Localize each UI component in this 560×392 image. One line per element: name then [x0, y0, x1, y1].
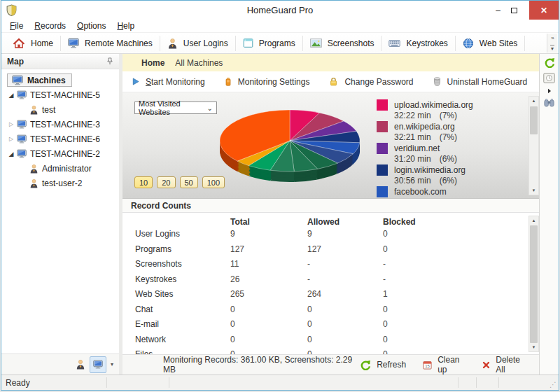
- table-row-chat[interactable]: Chat000: [122, 304, 539, 319]
- tree-item-test-machine-2[interactable]: ◢TEST-MACHINE-2: [1, 146, 119, 161]
- table-row-programs[interactable]: Programs1271270: [122, 244, 539, 259]
- toolbar-item-programs[interactable]: Programs: [236, 33, 302, 53]
- machine-map-panel: Map Machines◢TEST-MACHINE-5test▷TEST-MAC…: [1, 54, 119, 374]
- top-count-button-100[interactable]: 100: [202, 176, 225, 188]
- action-start-monitoring[interactable]: Start Monitoring: [132, 77, 205, 87]
- refresh-button[interactable]: [544, 57, 555, 68]
- toolbar-item-user-logins[interactable]: User Logins: [160, 33, 235, 53]
- tree-item-label: test-user-2: [42, 178, 82, 188]
- tree-item-machines[interactable]: Machines: [1, 73, 119, 88]
- tree-item-administrator[interactable]: Administrator: [1, 161, 119, 176]
- menu-item-options[interactable]: Options: [71, 20, 111, 31]
- legend-time-percent: 32:21 min (7%): [394, 132, 457, 142]
- table-row-user-logins[interactable]: User Logins990: [122, 229, 539, 244]
- cell-allowed: 264: [307, 289, 321, 299]
- footer-actions: Refresh15Clean upDelete All: [355, 355, 539, 374]
- cell-blocked: 0: [383, 349, 388, 355]
- refresh-button[interactable]: Refresh: [355, 360, 411, 370]
- table-row-e-mail[interactable]: E-mail000: [122, 319, 539, 334]
- minimize-button[interactable]: –: [491, 1, 505, 20]
- cell-blocked: -: [383, 274, 386, 284]
- row-label: Programs: [135, 244, 226, 254]
- scroll-down-icon[interactable]: ▼: [529, 186, 538, 195]
- row-label: Web Sites: [135, 289, 226, 299]
- pin-icon[interactable]: [106, 55, 113, 68]
- refresh-icon: [360, 360, 371, 370]
- search-binoculars-button[interactable]: [544, 99, 554, 107]
- action-monitoring-settings[interactable]: Monitoring Settings: [225, 77, 310, 87]
- menu-item-help[interactable]: Help: [111, 20, 140, 31]
- collapse-arrow-icon[interactable]: ◢: [7, 92, 15, 99]
- double-chevron-right-icon: ››: [551, 35, 553, 41]
- monitor-icon: [17, 149, 27, 158]
- tree-item-test-machine-5[interactable]: ◢TEST-MACHINE-5: [1, 88, 119, 102]
- status-bar: Ready ⋰: [1, 374, 559, 390]
- menu-bar: FileRecordsOptionsHelp: [1, 20, 559, 32]
- table-row-network[interactable]: Network000: [122, 335, 539, 349]
- action-uninstall-homeguard[interactable]: Uninstall HomeGuard: [433, 77, 528, 87]
- cell-total: 0: [230, 304, 235, 314]
- legend-time-percent: 30:56 min (6%): [394, 176, 457, 186]
- delete-all-button[interactable]: Delete All: [477, 355, 531, 374]
- cell-allowed: 0: [307, 349, 312, 355]
- clean-up-button[interactable]: 15Clean up: [418, 355, 470, 374]
- row-label: Network: [135, 335, 226, 344]
- maximize-button[interactable]: [507, 1, 522, 20]
- cell-total: 9: [230, 229, 235, 239]
- cell-blocked: 1: [383, 289, 388, 299]
- tree-item-test-user-2[interactable]: test-user-2: [1, 176, 119, 190]
- legend-scrollbar[interactable]: ▲ ▼: [528, 96, 539, 195]
- table-row-web-sites[interactable]: Web Sites2652641: [122, 289, 539, 304]
- machines-view-button[interactable]: [90, 356, 106, 373]
- start-monitoring-icon: [132, 78, 139, 85]
- legend-site-name: en.wikipedia.org: [394, 122, 455, 132]
- chart-type-select[interactable]: Most Visited Websites ⌄: [134, 102, 217, 114]
- tree-item-test-machine-3[interactable]: ▷TEST-MACHINE-3: [1, 117, 119, 132]
- tree-item-label: TEST-MACHINE-3: [30, 120, 100, 130]
- top-count-button-10[interactable]: 10: [134, 176, 153, 188]
- toolbar-item-keystrokes[interactable]: Keystrokes: [382, 33, 454, 53]
- top-count-button-20[interactable]: 20: [157, 176, 175, 188]
- expand-arrow-icon[interactable]: ▷: [7, 121, 15, 127]
- toolbar-item-remote-machines[interactable]: Remote Machines: [61, 33, 160, 53]
- toolbar-item-label: Remote Machines: [85, 38, 153, 48]
- toolbar-overflow-button[interactable]: ›› ▼: [547, 34, 557, 52]
- expand-arrow-icon[interactable]: ▷: [7, 136, 15, 142]
- toolbar-item-label: User Logins: [183, 38, 228, 48]
- cell-blocked: 0: [383, 244, 388, 254]
- cell-allowed: -: [307, 274, 310, 284]
- column-header-allowed: Allowed: [307, 217, 340, 227]
- table-row-keystrokes[interactable]: Keystrokes26--: [122, 274, 539, 289]
- collapse-arrow-icon[interactable]: ◢: [7, 150, 15, 158]
- scrollbar-thumb[interactable]: [530, 106, 538, 134]
- view-switcher-caret-icon[interactable]: ▾: [111, 361, 113, 368]
- toolbar-item-screenshots[interactable]: Screenshots: [303, 33, 382, 53]
- top-count-button-50[interactable]: 50: [180, 176, 198, 188]
- toolbar-item-web-sites[interactable]: Web Sites: [456, 33, 524, 53]
- storage-summary: Monitoring Records: 361.00 KB, Screensho…: [163, 355, 355, 374]
- row-label: Screenshots: [135, 259, 226, 269]
- menu-item-file[interactable]: File: [4, 20, 29, 31]
- reports-button[interactable]: [543, 73, 555, 83]
- scroll-up-icon[interactable]: ▲: [529, 97, 538, 105]
- table-row-screenshots[interactable]: Screenshots11--: [122, 259, 539, 274]
- toolbar-item-home[interactable]: Home: [6, 33, 60, 53]
- action-change-password[interactable]: Change Password: [329, 77, 413, 87]
- chart-type-value: Most Visited Websites: [139, 99, 207, 116]
- menu-item-records[interactable]: Records: [29, 20, 71, 31]
- expand-arrow-icon[interactable]: [547, 88, 552, 94]
- breadcrumb-home[interactable]: Home: [141, 58, 164, 68]
- row-label: Chat: [135, 304, 226, 314]
- close-button[interactable]: ✕: [529, 1, 559, 20]
- main-panel: Home All Machines Start MonitoringMonito…: [122, 54, 540, 374]
- tree-item-test-machine-6[interactable]: ▷TEST-MACHINE-6: [1, 132, 119, 146]
- breadcrumb-all-machines[interactable]: All Machines: [175, 58, 223, 68]
- tree-item-test[interactable]: test: [1, 102, 119, 117]
- window-title: HomeGuard Pro: [1, 5, 559, 15]
- users-view-button[interactable]: [76, 359, 85, 370]
- tree-item-label: TEST-MACHINE-6: [30, 134, 100, 144]
- programs-icon: [243, 38, 253, 48]
- table-row-files[interactable]: Files000: [122, 349, 539, 355]
- resize-grip[interactable]: ⋰: [550, 381, 556, 388]
- tree-item-label: Machines: [27, 76, 66, 85]
